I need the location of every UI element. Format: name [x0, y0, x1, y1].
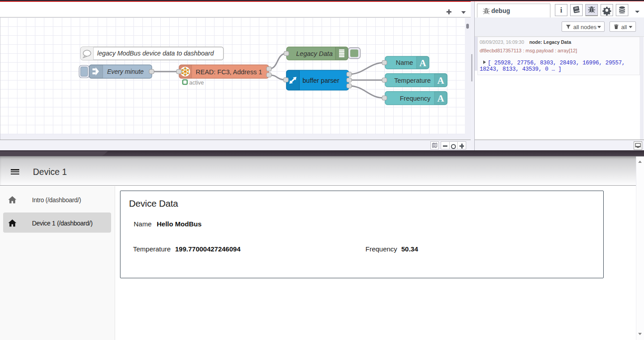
- svg-text:buffer parser: buffer parser: [303, 77, 339, 84]
- svg-text:active: active: [189, 80, 204, 86]
- svg-text:A: A: [437, 93, 444, 104]
- svg-text:READ: FC3, Address 1: READ: FC3, Address 1: [196, 68, 262, 76]
- svg-text:A: A: [437, 75, 444, 86]
- svg-text:Legacy Data: Legacy Data: [296, 50, 332, 57]
- svg-text:Name: Name: [396, 59, 413, 66]
- svg-text:A: A: [419, 58, 426, 68]
- svg-text:Every minute: Every minute: [107, 68, 144, 75]
- svg-text:legacy ModBus device data to d: legacy ModBus device data to dashboard: [97, 50, 214, 57]
- svg-text:Temperature: Temperature: [394, 77, 430, 84]
- svg-text:Frequency: Frequency: [400, 95, 431, 102]
